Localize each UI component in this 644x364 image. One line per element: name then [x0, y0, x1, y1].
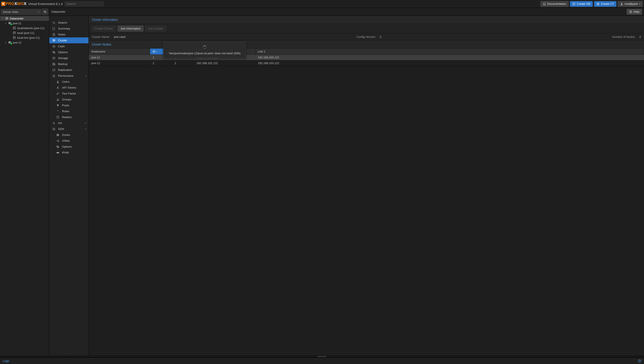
nav-item-realms[interactable]: Realms [49, 114, 89, 120]
svg-rect-8 [13, 27, 14, 28]
chevron-down-icon: ▾ [38, 11, 39, 13]
log-splitter[interactable] [0, 356, 644, 358]
svg-point-33 [57, 110, 58, 111]
repl-icon [52, 68, 56, 72]
nav-item-label: Users [62, 80, 69, 83]
view-selector-label: Server View [3, 10, 18, 14]
nav-item-cluster[interactable]: Cluster [49, 38, 89, 43]
view-selector[interactable]: Server View ▾ [1, 9, 41, 15]
table-row[interactable]: pve-1221192.168.102.122192.168.103.122 [89, 60, 644, 66]
join-information-button[interactable]: Join Information [118, 26, 144, 32]
column-nodename[interactable]: Nodename [89, 48, 150, 54]
cell-id: 2 [150, 60, 172, 66]
sdn-icon [52, 128, 56, 130]
tree-twisty-icon[interactable]: ▸ [5, 41, 7, 44]
svg-point-1 [621, 3, 622, 4]
nav-item-summary[interactable]: Summary [49, 26, 89, 32]
save-icon [52, 62, 56, 66]
proxmox-logo: ✕ PROXMOX [1, 2, 27, 6]
svg-rect-9 [15, 27, 16, 28]
tree-item-storage-local[interactable]: local (pve-11) [0, 30, 49, 35]
logs-expand-button[interactable] [638, 359, 641, 363]
collapse-up-button[interactable]: ︿ [49, 16, 89, 20]
nav-item-options[interactable]: Options [49, 144, 89, 150]
book-icon [52, 27, 56, 30]
nav-item-users[interactable]: Users [49, 79, 89, 85]
nav-item-options[interactable]: Options [49, 49, 89, 55]
help-label: Help [633, 10, 639, 13]
svg-rect-41 [57, 135, 58, 136]
tree-item-network[interactable]: localnetwork (pve-11) [0, 26, 49, 30]
nav-item-replication[interactable]: Replication [49, 67, 89, 73]
left-column: Server View ▾ ▾ Datacenter ▾ pve-11 loca… [0, 8, 49, 356]
nav-item-api-tokens[interactable]: API Tokens [49, 85, 89, 90]
view-settings-button[interactable] [42, 9, 48, 15]
brand-text-x2: X [24, 2, 27, 6]
svg-point-37 [53, 130, 53, 130]
chevron-up-circle-icon [638, 359, 641, 363]
breadcrumb-bar: Datacenter Help [49, 8, 644, 16]
svg-point-32 [58, 99, 59, 99]
node-count-pair: Number of Nodes: 2 [612, 35, 641, 38]
tree-item-node-pve12[interactable]: ▸ pve-12 [0, 40, 49, 45]
nav-item-ceph[interactable]: Ceph [49, 43, 89, 49]
tree-twisty-icon[interactable]: ▾ [5, 22, 7, 24]
pool-icon [56, 104, 60, 107]
nav-item-label: Cluster [58, 39, 67, 42]
collapse-down-button[interactable]: ﹀ [49, 352, 89, 356]
svg-point-24 [54, 46, 54, 47]
user-menu-button[interactable]: root@pam ▾ [618, 1, 643, 7]
nav-item-ha[interactable]: HA▸ [49, 120, 89, 126]
node-count-value: 2 [639, 35, 641, 38]
documentation-button[interactable]: Documentation [540, 1, 569, 7]
nav-item-label: Pools [62, 104, 69, 107]
config-subnav: ︿ SearchSummaryNotesClusterCephOptionsSt… [49, 16, 89, 356]
documentation-label: Documentation [547, 2, 566, 6]
tree-twisty-icon[interactable]: ▾ [1, 17, 4, 20]
nav-item-pools[interactable]: Pools [49, 102, 89, 108]
topbar: ✕ PROXMOX Virtual Environment 8.1.4 Docu… [0, 0, 644, 8]
search-input[interactable] [64, 1, 104, 6]
breadcrumb: Datacenter [52, 10, 66, 13]
column-link1[interactable]: Link 1 [255, 48, 644, 54]
svg-rect-22 [53, 40, 55, 40]
tree-item-storage-locallvm[interactable]: local-lvm (pve-11) [0, 35, 49, 40]
server-icon [5, 16, 9, 20]
nav-item-ipam[interactable]: IPAM [49, 150, 89, 156]
error-toast: '/etc/pve/nodes/pve-12/pve-ssl.pem' does… [163, 41, 246, 58]
ha-icon [52, 122, 56, 125]
column-id-label: ID [153, 50, 155, 53]
help-button[interactable]: Help [627, 9, 642, 14]
nav-item-label: Ceph [58, 44, 65, 48]
create-vm-button[interactable]: Create VM [570, 1, 593, 7]
nav-item-label: SDN [58, 127, 64, 130]
nav-item-backup[interactable]: Backup [49, 61, 89, 67]
tree-label: pve-12 [13, 41, 22, 44]
tree-item-node-pve11[interactable]: ▾ pve-11 [0, 21, 49, 26]
nav-item-label: Replication [58, 68, 72, 72]
nav-item-label: Storage [58, 56, 68, 60]
svg-point-35 [53, 128, 53, 128]
tree-label: pve-11 [13, 22, 22, 25]
nav-item-sdn[interactable]: SDN▾ [49, 126, 89, 132]
global-search [64, 1, 104, 6]
nav-item-notes[interactable]: Notes [49, 32, 89, 38]
nav-item-zones[interactable]: Zones [49, 132, 89, 138]
svg-rect-2 [6, 17, 8, 18]
nav-item-roles[interactable]: Roles [49, 108, 89, 114]
nav-item-storage[interactable]: Storage [49, 55, 89, 61]
nav-item-two-factor[interactable]: Two Factor [49, 90, 89, 96]
tree-label: local (pve-11) [17, 31, 34, 34]
nav-item-permissions[interactable]: Permissions▾ [49, 73, 89, 79]
logo-x-icon: ✕ [1, 2, 5, 6]
cluster-info-row: Cluster Name: pve-ceph Config Version: 2… [89, 34, 644, 40]
nav-item-vnets[interactable]: VNets [49, 138, 89, 144]
tree-item-datacenter[interactable]: ▾ Datacenter [0, 16, 49, 21]
nav-item-label: IPAM [62, 151, 69, 154]
nav-item-groups[interactable]: Groups [49, 96, 89, 102]
cluster-name-label: Cluster Name: [92, 35, 110, 38]
nav-item-search[interactable]: Search [49, 20, 89, 26]
create-ct-button[interactable]: Create CT [594, 1, 616, 7]
config-version-label: Config Version: [357, 35, 376, 38]
tree-label: localnetwork (pve-11) [17, 26, 44, 30]
